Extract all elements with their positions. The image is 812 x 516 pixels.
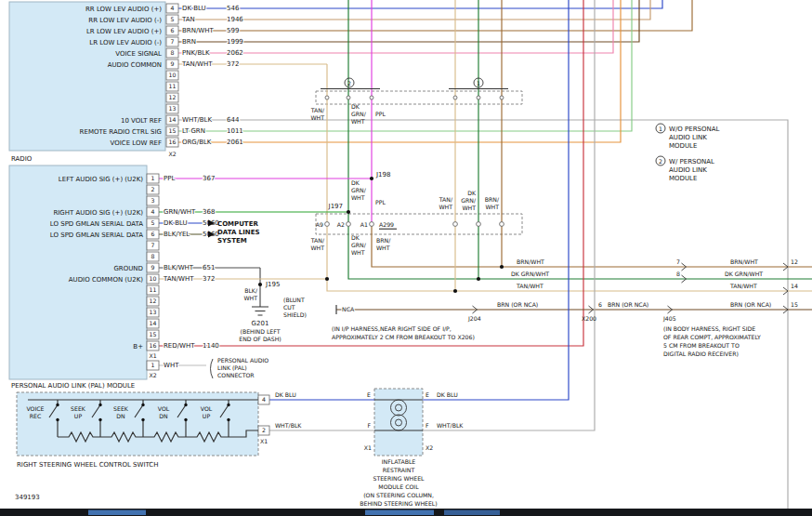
switch-label: SEEK	[113, 405, 129, 412]
switch-label: VOL	[201, 405, 213, 412]
footnotes: 1 W/O PERSONAL AUDIO LINK MODULE 2 W/ PE…	[656, 124, 720, 182]
footnote-text: W/O PERSONAL	[669, 126, 720, 133]
pin-number: 16	[169, 139, 177, 145]
shield-note: SHIELD)	[283, 311, 307, 318]
wire-color-label: WHT	[351, 249, 365, 256]
connector-id: X1	[260, 438, 268, 444]
switch-label: DN	[116, 413, 125, 419]
wire-color-label: WHT	[164, 362, 179, 369]
wire-color-label: DK	[351, 234, 360, 241]
switch-label: SEEK	[71, 405, 86, 412]
wire-color-label: TAN/WHT	[729, 283, 757, 289]
wire-color-label: WHT	[376, 245, 390, 251]
wire-color-label: WHT	[243, 295, 257, 301]
shield-note: (BLUNT	[283, 297, 305, 303]
pin-number: 9	[151, 264, 155, 271]
wire-color-label: PPL	[375, 111, 386, 117]
switch-label: UP	[203, 413, 211, 419]
wire-color-label: BRN/WHT	[730, 258, 758, 265]
switch-label: DN	[159, 413, 168, 419]
connector-note: PERSONAL AUDIO	[217, 357, 268, 364]
pin-letter: E	[426, 391, 429, 398]
signal-label: LEFT AUDIO SIG (+) (U2K)	[59, 176, 143, 183]
pin-number: 3	[151, 197, 155, 204]
pin-number: 10	[150, 275, 157, 282]
junction-label: J204	[467, 315, 481, 323]
ground-note: (BEHIND LEFT	[241, 328, 281, 335]
pin-number: 4	[171, 5, 175, 11]
switch-label: REC	[30, 413, 42, 419]
junction-label: J195	[265, 281, 280, 288]
pin-number: 13	[150, 309, 157, 315]
right-wire-rows: BRN/WHT 7 BRN/WHT 12 DK GRN/WHT 8 DK GRN…	[283, 258, 798, 357]
pin-number: 7	[676, 258, 680, 265]
coil-title: MODULE COIL	[378, 483, 419, 490]
brace	[211, 359, 214, 378]
pin-number: 15	[150, 331, 157, 337]
junction-label: J405	[662, 315, 676, 323]
signal-label: VOICE LOW REF	[111, 139, 162, 147]
signal-label: LR LOW LEV AUDIO (+)	[86, 28, 162, 35]
wire-color-label: GRN/	[351, 187, 367, 193]
signal-label: AUDIO COMMON	[108, 61, 162, 69]
connector-id: X2	[426, 444, 433, 451]
wire-color-label: DK	[351, 103, 360, 110]
wire-color-label: GRN/	[351, 111, 367, 117]
coil-title: STEERING WHEEL	[373, 475, 425, 482]
steering-switch-title: RIGHT STEERING WHEEL CONTROL SWITCH	[17, 461, 159, 469]
ground-symbol	[252, 307, 268, 315]
harness-note: 5 CM FROM BREAKOUT TO	[663, 342, 740, 349]
wire-color-label: WHT/BLK	[437, 422, 464, 429]
signal-label: GROUND	[113, 265, 143, 272]
taskbar-item[interactable]	[444, 510, 500, 516]
pin-number: 8	[151, 253, 155, 259]
wire-color-label: WHT	[310, 245, 324, 251]
wire-color-label: TAN/WHT	[163, 275, 194, 283]
connector-id: X1	[149, 352, 156, 359]
harness-note: OF REAR COMPT, APPROXIMATELY	[663, 334, 761, 340]
pal-block-body	[9, 165, 147, 379]
pin-number: 6	[151, 231, 155, 237]
coil-title: INFLATABLE	[382, 458, 416, 465]
computer-data-lines-text: SYSTEM	[217, 237, 247, 245]
wire-color-label: GRN/	[461, 197, 477, 204]
wiring-diagram: 2 1 RADIO RR LOW LEV AUDIO (+) RR LOW LE…	[0, 0, 812, 516]
wire-color-label: WHT	[439, 204, 452, 210]
wire-org-blk-2061	[178, 0, 621, 142]
wire-color-label: DK	[467, 190, 477, 196]
pin-number: 4	[262, 396, 266, 403]
footnote-text: MODULE	[669, 142, 697, 150]
signal-label: AUDIO COMMON (U2K)	[69, 276, 143, 284]
wire-color-label: TAN/	[310, 107, 325, 113]
taskbar-item[interactable]	[88, 510, 146, 516]
coil-title: BEHIND STEERING WHEEL)	[360, 500, 437, 507]
wire-color-label: BRN	[182, 38, 196, 46]
signal-label: RR LOW LEV AUDIO (+)	[85, 6, 162, 13]
pin-number: 14	[791, 283, 798, 289]
circuit-number: 644	[227, 116, 240, 124]
taskbar	[0, 509, 812, 516]
wire-color-label: WHT/BLK	[182, 116, 213, 124]
harness-note: DIGITAL RADIO RECEIVER)	[663, 351, 739, 357]
pin-number: 1	[151, 362, 155, 368]
circled-1-text: 1	[477, 80, 480, 86]
pin-number: 4	[151, 208, 155, 215]
wire-color-label: TAN/WHT	[181, 60, 213, 68]
switch-label: VOL	[158, 405, 170, 412]
circuit-number: 372	[203, 275, 215, 283]
pin-number: 11	[169, 83, 177, 89]
taskbar-item[interactable]	[365, 510, 434, 516]
signal-label: B+	[133, 343, 143, 351]
wire-color-label: TAN/WHT	[516, 283, 544, 289]
steering-switch-box	[17, 392, 258, 456]
wire-color-label: GRN/WHT	[164, 208, 196, 216]
pin-number: 6	[171, 27, 175, 33]
wire-color-label: DK BLU	[275, 391, 296, 398]
switch-label: VOICE	[26, 405, 44, 412]
pin-number: 16	[150, 342, 157, 349]
junction-j197	[347, 210, 350, 214]
wire-color-label: WHT/BLK	[275, 422, 302, 429]
wire-color-label: BLK/WHT	[164, 264, 194, 271]
connector-id: X200	[582, 315, 596, 322]
circuit-number: 367	[203, 175, 215, 182]
